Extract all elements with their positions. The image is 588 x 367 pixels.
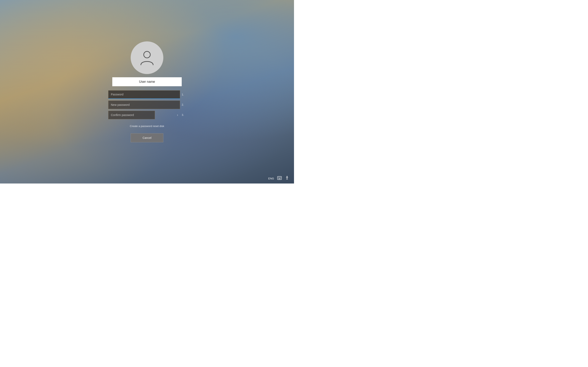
- svg-rect-8: [280, 178, 280, 178]
- svg-rect-4: [280, 177, 280, 177]
- password-row: 1.: [108, 90, 186, 99]
- svg-rect-6: [278, 178, 278, 178]
- svg-point-0: [144, 51, 150, 58]
- submit-arrow-icon: ›: [177, 113, 178, 117]
- cancel-button[interactable]: Cancel: [131, 133, 163, 142]
- confirm-password-input[interactable]: [108, 111, 155, 119]
- confirm-wrapper: ›: [108, 111, 180, 119]
- password-number: 1.: [182, 93, 186, 96]
- fields-area: 1. 2. › 3.: [108, 90, 186, 121]
- reset-disk-link[interactable]: Create a password reset disk: [130, 125, 164, 128]
- svg-rect-2: [278, 177, 278, 177]
- language-indicator[interactable]: ENG: [268, 177, 274, 180]
- avatar: [131, 42, 163, 74]
- svg-rect-5: [281, 177, 281, 177]
- svg-line-14: [286, 178, 287, 180]
- username-box: User name: [112, 77, 182, 86]
- keyboard-icon[interactable]: [277, 176, 282, 181]
- svg-line-15: [287, 178, 288, 180]
- confirm-password-number: 3.: [182, 113, 186, 117]
- svg-rect-7: [279, 178, 279, 178]
- confirm-password-row: › 3.: [108, 111, 186, 119]
- accessibility-icon[interactable]: [285, 176, 289, 181]
- new-password-number: 2.: [182, 103, 186, 106]
- svg-rect-10: [278, 179, 281, 179]
- svg-point-11: [287, 176, 287, 177]
- center-panel: User name 1. 2. › 3. Create a password r…: [108, 42, 186, 142]
- new-password-input[interactable]: [108, 100, 180, 109]
- bottom-bar: ENG: [263, 174, 294, 184]
- svg-rect-9: [281, 178, 281, 178]
- avatar-icon: [138, 49, 156, 67]
- username-label: User name: [139, 80, 155, 83]
- new-password-row: 2.: [108, 100, 186, 109]
- password-input[interactable]: [108, 90, 180, 99]
- svg-rect-3: [279, 177, 279, 177]
